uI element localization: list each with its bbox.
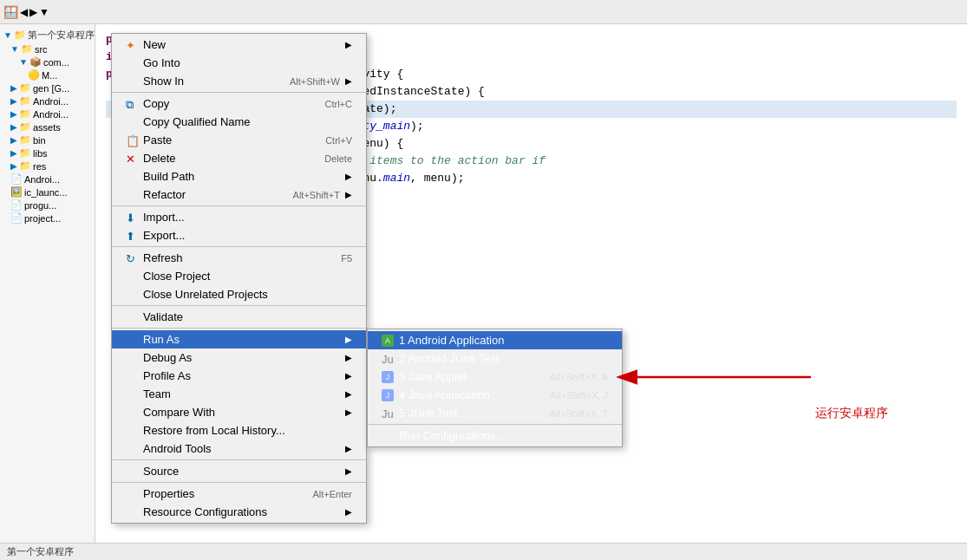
copy-icon: ⧉ (126, 98, 138, 110)
new-icon: ✦ (126, 39, 138, 51)
submenu-item-junit[interactable]: Ju 5 JUnit Test Alt+Shift+X, T (368, 404, 622, 422)
submenu-arrow: ▶ (345, 40, 352, 49)
menu-item-refresh[interactable]: ↻ Refresh F5 (112, 249, 366, 267)
menu-item-debugas[interactable]: Debug As ▶ (112, 348, 366, 367)
runconfigs-icon (382, 430, 394, 442)
menu-item-comparewith[interactable]: Compare With ▶ (112, 403, 366, 421)
runas-submenu: A 1 Android Application Ju 2 Android JUn… (367, 329, 623, 447)
menu-item-closeproject[interactable]: Close Project (112, 267, 366, 285)
tree-item-project[interactable]: ▼ 📁 第一个安卓程序 (2, 28, 93, 42)
menu-item-closeunrelated[interactable]: Close Unrelated Projects (112, 285, 366, 303)
menu-item-source[interactable]: Source ▶ (112, 462, 366, 480)
debugas-arrow: ▶ (345, 353, 352, 362)
team-icon (126, 388, 138, 400)
androidtools-icon (126, 443, 138, 455)
separator-3 (112, 246, 366, 247)
properties-shortcut: Alt+Enter (312, 489, 352, 499)
tree-item-libs[interactable]: ▶ 📁 libs (2, 147, 93, 160)
properties-icon (126, 488, 138, 500)
junit-icon: Ju (382, 407, 394, 420)
toolbar: 🪟 ◀ ▶ ▼ (0, 0, 967, 24)
menu-item-gointo[interactable]: Go Into (112, 54, 366, 72)
menu-item-resourceconfigs[interactable]: Resource Configurations ▶ (112, 503, 366, 521)
refactor-shortcut: Alt+Shift+T (293, 190, 340, 200)
toolbar-fwd-icon[interactable]: ▶ (29, 6, 37, 18)
restore-icon (126, 425, 138, 437)
tree-item-android2[interactable]: ▶ 📁 Androi... (2, 107, 93, 120)
closeunrelated-icon (126, 289, 138, 301)
showin-icon (126, 75, 138, 88)
tree-item-assets[interactable]: ▶ 📁 assets (2, 120, 93, 133)
status-text: 第一个安卓程序 (7, 545, 74, 558)
menu-item-refactor[interactable]: Refactor Alt+Shift+T ▶ (112, 186, 366, 204)
menu-item-runas[interactable]: Run As ▶ A 1 Android Application Ju 2 An… (112, 330, 366, 348)
tree-item-main[interactable]: 🟡 M... (2, 68, 93, 81)
menu-item-copy[interactable]: ⧉ Copy Ctrl+C (112, 94, 366, 113)
submenu-item-java-app[interactable]: J 4 Java Application Alt+Shift+X, J (368, 386, 622, 404)
tree-item-androidmanifest[interactable]: 📄 Androi... (2, 173, 93, 186)
tree-item-gen[interactable]: ▶ 📁 gen [G... (2, 81, 93, 94)
menu-item-import[interactable]: ⬇ Import... (112, 208, 366, 226)
tree-item-project[interactable]: 📄 project... (2, 212, 93, 225)
tree-item-android1[interactable]: ▶ 📁 Androi... (2, 94, 93, 107)
separator-5 (112, 328, 366, 329)
tree-item-src[interactable]: ▼ 📁 src (2, 42, 93, 55)
android-app-icon: A (382, 335, 394, 347)
menu-item-copyqualified[interactable]: Copy Qualified Name (112, 113, 366, 131)
toolbar-window-icon: 🪟 (3, 5, 18, 19)
separator-6 (112, 459, 366, 460)
paste-shortcut: Ctrl+V (325, 135, 352, 146)
buildpath-arrow: ▶ (345, 172, 352, 181)
menu-item-profileas[interactable]: Profile As ▶ (112, 367, 366, 385)
validate-icon (126, 311, 138, 323)
tree-item-proguard[interactable]: 📄 progu... (2, 199, 93, 212)
menu-item-new[interactable]: ✦ New ▶ (112, 36, 366, 54)
submenu-item-android-app[interactable]: A 1 Android Application (368, 331, 622, 349)
menu-item-buildpath[interactable]: Build Path ▶ (112, 167, 366, 186)
tree-item-bin[interactable]: ▶ 📁 bin (2, 133, 93, 147)
menu-item-export[interactable]: ⬆ Export... (112, 226, 366, 244)
separator-7 (112, 482, 366, 483)
androidtools-arrow: ▶ (345, 444, 352, 453)
ide-background: 🪟 ◀ ▶ ▼ ▼ 📁 第一个安卓程序 ▼ 📁 src ▼ 📦 com... 🟡… (0, 0, 967, 560)
showin-shortcut: Alt+Shift+W (290, 76, 340, 87)
refactor-icon (126, 189, 138, 201)
java-applet-icon: J (382, 371, 394, 383)
menu-item-restore[interactable]: Restore from Local History... (112, 421, 366, 440)
menu-item-paste[interactable]: 📋 Paste Ctrl+V (112, 131, 366, 149)
menu-item-showin[interactable]: Show In Alt+Shift+W ▶ (112, 72, 366, 90)
menu-item-androidtools[interactable]: Android Tools ▶ (112, 440, 366, 458)
comparewith-icon (126, 407, 138, 419)
toolbar-menu-icon[interactable]: ▼ (39, 6, 49, 18)
menu-item-validate[interactable]: Validate (112, 308, 366, 326)
menu-item-delete[interactable]: ✕ Delete Delete (112, 149, 366, 167)
debugas-icon (126, 352, 138, 364)
tree-item-iclauncher[interactable]: 🖼️ ic_launc... (2, 186, 93, 199)
refresh-shortcut: F5 (341, 253, 352, 264)
import-icon: ⬇ (126, 212, 138, 224)
separator-4 (112, 305, 366, 306)
junit-shortcut: Alt+Shift+X, T (549, 408, 608, 419)
tree-item-res[interactable]: ▶ 📁 res (2, 160, 93, 173)
status-bar: 第一个安卓程序 (0, 543, 967, 560)
team-arrow: ▶ (345, 389, 352, 399)
export-icon: ⬆ (126, 230, 138, 242)
menu-item-properties[interactable]: Properties Alt+Enter (112, 485, 366, 503)
closeproject-icon (126, 270, 138, 283)
copy-shortcut: Ctrl+C (325, 99, 352, 109)
submenu-item-android-junit[interactable]: Ju 2 Android JUnit Test (368, 349, 622, 368)
toolbar-nav-icon[interactable]: ◀ (20, 6, 28, 18)
android-junit-icon: Ju (382, 353, 394, 365)
context-menu: ✦ New ▶ Go Into Show In Alt+Shift+W ▶ (111, 33, 367, 524)
copyqualified-icon (126, 116, 138, 128)
source-icon (126, 466, 138, 478)
refresh-icon: ↻ (126, 252, 138, 264)
java-app-icon: J (382, 389, 394, 401)
refactor-arrow: ▶ (345, 190, 352, 199)
annotation-label: 运行安卓程序 (815, 406, 888, 421)
runas-icon (126, 334, 138, 346)
tree-item-com[interactable]: ▼ 📦 com... (2, 55, 93, 68)
submenu-item-java-applet[interactable]: J 3 Java Applet Alt+Shift+X, A (368, 368, 622, 386)
submenu-item-runconfigs[interactable]: Run Configurations... (368, 427, 622, 445)
menu-item-team[interactable]: Team ▶ (112, 385, 366, 403)
